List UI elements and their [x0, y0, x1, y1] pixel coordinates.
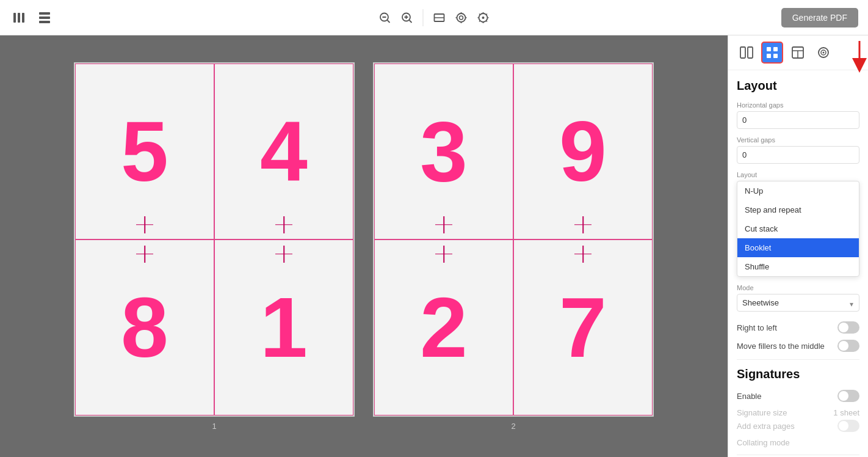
page-2-wrapper: 3 9 [373, 62, 654, 431]
mode-label: Mode [737, 284, 859, 291]
reg-mark-2-top-right-bottom [574, 245, 592, 263]
panel-content: Layout Horizontal gaps Vertical gaps Lay… [728, 70, 868, 457]
number-8: 8 [121, 285, 168, 370]
add-extra-pages-toggle[interactable] [837, 420, 859, 432]
svg-rect-2 [22, 13, 24, 23]
svg-line-12 [410, 20, 412, 23]
svg-rect-35 [767, 54, 771, 58]
svg-point-15 [457, 13, 466, 22]
fit-page-button[interactable] [453, 9, 470, 26]
reg-mark-top-right-bottom [275, 245, 293, 263]
svg-rect-31 [740, 47, 745, 58]
mode-select[interactable]: Sheetwise Work and turn Work and tumble [737, 294, 859, 312]
right-to-left-label: Right to left [737, 323, 777, 332]
horizontal-gaps-input[interactable] [737, 111, 859, 129]
right-to-left-toggle[interactable] [837, 321, 859, 334]
columns-layout-button[interactable] [10, 9, 28, 27]
signature-size-label: Signature size [737, 408, 787, 417]
fit-all-button[interactable] [475, 9, 492, 26]
cell-2-bottom-right: 7 [513, 239, 653, 415]
section-divider-2 [737, 455, 859, 455]
dropdown-item-shuffle[interactable]: Shuffle [737, 257, 859, 276]
horizontal-gaps-label: Horizontal gaps [737, 101, 859, 109]
vertical-gaps-input[interactable] [737, 146, 859, 164]
right-panel: Layout Horizontal gaps Vertical gaps Lay… [728, 35, 868, 457]
page-1: 5 4 [74, 62, 355, 417]
number-4: 4 [260, 109, 308, 194]
svg-line-8 [388, 20, 390, 23]
svg-rect-3 [39, 12, 50, 15]
number-3: 3 [420, 109, 468, 194]
svg-line-28 [486, 21, 488, 22]
collating-mode-row: Collating mode [737, 438, 859, 447]
number-7: 7 [559, 285, 607, 370]
section-divider-1 [737, 359, 859, 360]
canvas-area: 5 4 [0, 35, 728, 457]
svg-point-16 [460, 16, 463, 20]
reg-mark-2-top-left-bottom [435, 245, 453, 263]
cell-2-bottom-left: 2 [374, 239, 513, 415]
right-to-left-row: Right to left [737, 321, 859, 334]
cell-top-right: 4 [214, 64, 353, 239]
svg-rect-5 [39, 21, 50, 23]
svg-line-29 [486, 13, 488, 15]
move-fillers-label: Move fillers to the middle [737, 342, 825, 351]
dropdown-item-booklet[interactable]: Booklet [737, 238, 859, 257]
rows-layout-button[interactable] [35, 9, 54, 27]
number-2: 2 [420, 285, 468, 370]
dropdown-item-step-repeat[interactable]: Step and repeat [737, 200, 859, 219]
svg-rect-36 [773, 54, 778, 58]
zoom-out-button[interactable] [377, 9, 394, 26]
page-2: 3 9 [373, 62, 654, 417]
reg-mark-2-bottom-left [435, 216, 453, 234]
panel-icon-table[interactable] [787, 42, 809, 64]
add-extra-pages-row: Add extra pages [737, 420, 859, 432]
panel-icon-columns[interactable] [736, 42, 758, 64]
move-fillers-row: Move fillers to the middle [737, 340, 859, 352]
toolbar-left [10, 9, 54, 27]
zoom-in-button[interactable] [399, 9, 416, 26]
dropdown-item-nup[interactable]: N-Up [737, 181, 859, 200]
panel-icon-grid[interactable] [761, 42, 783, 64]
cell-2-top-left: 3 [374, 64, 513, 239]
layout-section-title: Layout [737, 79, 859, 93]
move-fillers-toggle[interactable] [837, 340, 859, 352]
signature-size-row: Signature size 1 sheet [737, 408, 859, 417]
svg-rect-32 [748, 47, 753, 58]
panel-icon-bar [728, 35, 868, 70]
dropdown-item-cut-stack[interactable]: Cut stack [737, 219, 859, 238]
svg-line-30 [479, 21, 480, 22]
main-toolbar: Generate PDF [0, 0, 868, 35]
page-1-wrapper: 5 4 [74, 62, 355, 431]
toolbar-center [377, 9, 492, 26]
signatures-enable-row: Enable [737, 390, 859, 402]
svg-rect-4 [39, 16, 50, 19]
reg-mark-bottom-right-top [275, 216, 293, 234]
svg-point-42 [823, 52, 825, 54]
signatures-enable-toggle[interactable] [837, 390, 859, 402]
fit-width-button[interactable] [431, 9, 448, 26]
signatures-section-title: Signatures [737, 367, 859, 381]
reg-mark-bottom-left [136, 216, 154, 234]
layout-dropdown[interactable]: N-Up Step and repeat Cut stack Booklet S… [737, 181, 859, 277]
layout-field-label: Layout [737, 171, 859, 178]
reg-mark-2-bottom-right-top [574, 216, 592, 234]
svg-line-27 [479, 13, 480, 15]
cell-bottom-right: 1 [214, 239, 353, 415]
cell-top-left: 5 [75, 64, 214, 239]
svg-rect-33 [767, 47, 771, 51]
page-1-label: 1 [212, 422, 216, 431]
cell-bottom-left: 8 [75, 239, 214, 415]
cell-2-top-right: 9 [513, 64, 653, 239]
vertical-gaps-label: Vertical gaps [737, 136, 859, 144]
svg-rect-0 [13, 13, 16, 23]
svg-point-22 [482, 16, 485, 19]
panel-icon-target[interactable] [812, 42, 834, 64]
number-5: 5 [121, 109, 168, 194]
toolbar-divider [423, 9, 424, 26]
signatures-enable-label: Enable [737, 392, 761, 401]
generate-pdf-button[interactable]: Generate PDF [781, 8, 858, 27]
number-1: 1 [260, 285, 308, 370]
toolbar-right: Generate PDF [781, 8, 858, 27]
mode-select-wrapper: Sheetwise Work and turn Work and tumble [737, 294, 859, 314]
